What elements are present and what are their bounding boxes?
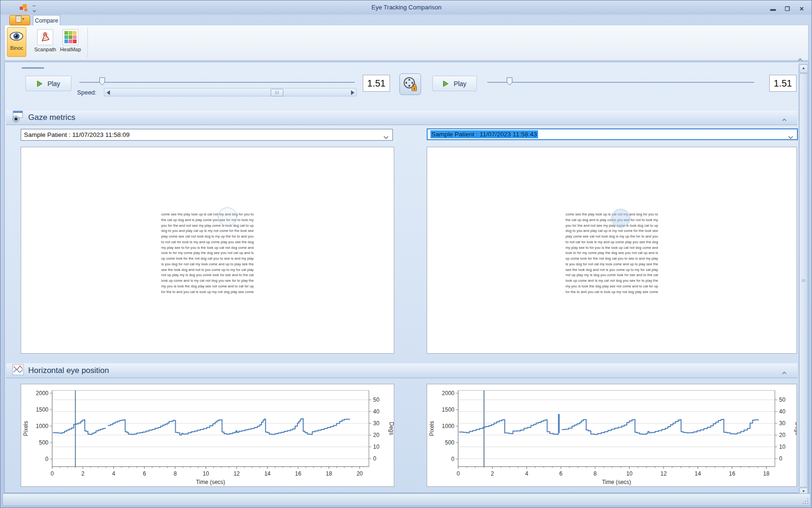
sync-lock-icon — [401, 75, 419, 93]
speed-value-right[interactable]: 1.51 — [769, 75, 796, 92]
sync-lock-button[interactable] — [399, 73, 421, 95]
svg-text:Degs: Degs — [388, 422, 394, 435]
stimulus-text-line: see the look dog and not is you come up … — [427, 267, 796, 273]
stimulus-text-line: play come see cat not look dog is my up … — [21, 234, 394, 239]
ribbon-separator — [87, 27, 88, 57]
minimize-button[interactable]: ▬ — [767, 6, 779, 12]
position-slider-right[interactable] — [487, 82, 754, 83]
stimulus-text-line: to not cat for look is my and up come pl… — [21, 239, 394, 245]
restore-button[interactable]: ❐ — [781, 6, 794, 12]
app-window: Eye Tracking Comparison ▬ ❐ ✕ Compare Bi… — [0, 0, 812, 508]
stimulus-text-left: come see the play look up is cat not my … — [21, 212, 394, 294]
heatmap-button[interactable]: HeatMap — [60, 29, 81, 52]
stimulus-panel-left: come see the play look up is cat not my … — [21, 147, 394, 354]
chevron-down-icon — [383, 134, 389, 141]
scanpath-button[interactable]: Scanpath — [34, 29, 56, 52]
svg-text:14: 14 — [264, 470, 271, 477]
splitter-handle[interactable] — [22, 67, 44, 69]
svg-text:20: 20 — [779, 432, 786, 438]
svg-text:2000: 2000 — [36, 390, 48, 397]
svg-text:30: 30 — [373, 420, 380, 427]
stimulus-panel-right: come see the play look up is cat not my … — [427, 147, 797, 354]
svg-text:40: 40 — [373, 408, 380, 415]
svg-text:8: 8 — [593, 470, 597, 477]
play-label-left: Play — [47, 80, 60, 87]
svg-text:20: 20 — [373, 432, 380, 438]
stimulus-text-line: up come look for the not dog cat you to … — [427, 256, 796, 262]
svg-text:12: 12 — [234, 470, 240, 477]
speed-thumb[interactable] — [271, 89, 283, 96]
binoc-button[interactable]: Binoc — [7, 27, 26, 57]
svg-text:1500: 1500 — [442, 406, 454, 413]
scanpath-icon — [37, 29, 53, 45]
stimulus-text-line: not up play my is dog you come look for … — [427, 272, 796, 278]
scrollbar-thumb[interactable] — [799, 73, 808, 487]
speed-left-arrow-icon[interactable] — [107, 90, 110, 95]
position-slider-left[interactable] — [79, 82, 355, 83]
svg-text:Pixels: Pixels — [23, 421, 29, 436]
recording-select-left[interactable]: Sample Patient : 11/07/2023 11:58:09 — [21, 129, 393, 141]
svg-text:10: 10 — [626, 470, 633, 477]
svg-text:6: 6 — [559, 470, 562, 477]
speed-value-left[interactable]: 1.51 — [363, 75, 390, 92]
stimulus-text-line: my you is look the dog play see not come… — [427, 284, 796, 289]
chevron-down-icon — [788, 134, 793, 141]
eye-position-chart-right: 0500100015002000010203040500246810121416… — [427, 384, 797, 487]
eye-position-chart-left-svg: 0500100015002000010203040500246810121416… — [21, 384, 394, 486]
svg-text:Pixels: Pixels — [429, 421, 435, 436]
scroll-up-icon[interactable]: ▲ — [799, 64, 808, 73]
stimulus-text-line: look to for my come play the dog see you… — [21, 250, 394, 256]
status-bar — [2, 493, 811, 506]
eye-position-chart-left: 0500100015002000010203040500246810121416… — [21, 384, 394, 487]
play-icon — [443, 80, 449, 87]
play-button-right[interactable]: Play — [432, 76, 477, 91]
svg-text:8: 8 — [173, 470, 177, 477]
vertical-scrollbar[interactable]: ▲ ▼ — [798, 64, 808, 496]
gaze-metrics-collapse-icon[interactable] — [781, 115, 787, 124]
stimulus-text-line: look to for my come play the dog see you… — [427, 250, 796, 256]
gaze-position-circle-left — [218, 207, 237, 226]
close-button[interactable]: ✕ — [796, 6, 808, 12]
heatmap-label: HeatMap — [60, 47, 81, 52]
speed-right-arrow-icon[interactable] — [351, 90, 355, 95]
stimulus-text-line: the cat up dog and is play come you see … — [21, 217, 394, 223]
position-slider-thumb-right[interactable] — [507, 77, 513, 88]
svg-text:1500: 1500 — [36, 406, 48, 413]
svg-text:Time (secs): Time (secs) — [602, 479, 631, 485]
window-title: Eye Tracking Comparison — [0, 4, 812, 11]
svg-text:0: 0 — [373, 455, 376, 462]
heatmap-cell — [64, 35, 68, 39]
recording-select-right[interactable]: Sample Patient : 11/07/2023 11:58:43 — [427, 128, 798, 140]
horizontal-eye-icon — [12, 364, 24, 378]
stimulus-text-line: to not cat for look is my and up come pl… — [427, 239, 796, 245]
svg-text:10: 10 — [779, 444, 786, 450]
ribbon — [4, 25, 809, 61]
svg-text:0: 0 — [779, 455, 782, 462]
horizontal-eye-collapse-icon[interactable] — [781, 368, 787, 377]
heatmap-cell — [69, 40, 72, 43]
speed-scrollbar[interactable] — [104, 88, 357, 96]
heatmap-cell — [73, 31, 77, 35]
binoc-label: Binoc — [8, 45, 26, 51]
svg-text:10: 10 — [373, 444, 380, 450]
gaze-position-circle-right — [611, 209, 630, 228]
play-button-left[interactable]: Play — [25, 76, 71, 91]
gaze-metrics-title: Gaze metrics — [28, 113, 75, 122]
svg-text:0: 0 — [51, 470, 54, 477]
svg-text:20: 20 — [357, 470, 363, 477]
app-menu-button[interactable] — [9, 15, 30, 25]
svg-text:2: 2 — [491, 470, 494, 477]
position-slider-thumb-left[interactable] — [99, 77, 105, 88]
stimulus-text-right: come see the play look up is cat not my … — [427, 212, 796, 294]
stimulus-text-line: my play see to for you is the look up ca… — [21, 245, 394, 251]
title-bar: Eye Tracking Comparison ▬ ❐ ✕ — [0, 0, 812, 15]
svg-text:14: 14 — [695, 470, 701, 477]
stimulus-text-line: see the look dog and not is you come up … — [21, 267, 394, 273]
eye-position-chart-right-svg: 0500100015002000010203040500246810121416… — [427, 384, 796, 486]
speed-label: Speed: — [77, 89, 96, 96]
svg-text:12: 12 — [661, 470, 667, 477]
stimulus-text-line: look up come and is my cat not dog you s… — [427, 278, 796, 284]
svg-text:500: 500 — [39, 439, 48, 446]
stimulus-text-line: up come look for the not dog cat you to … — [21, 256, 394, 262]
tab-compare[interactable]: Compare — [33, 15, 60, 26]
